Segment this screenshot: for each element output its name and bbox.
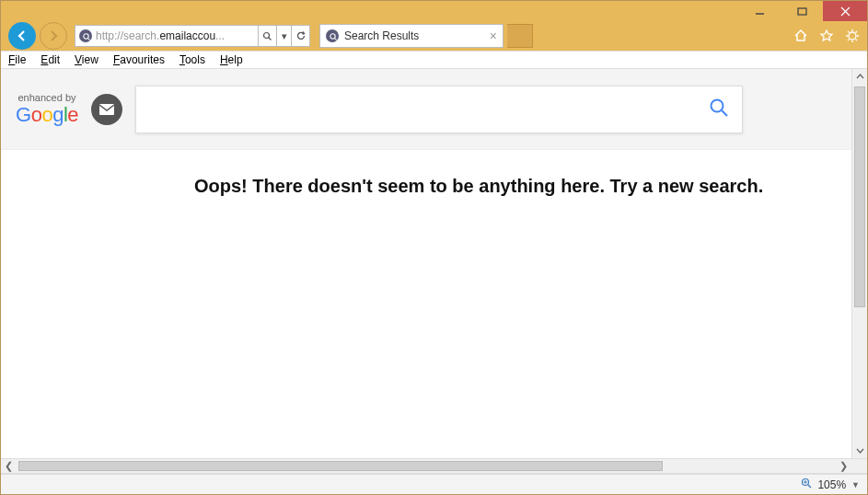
browser-tab[interactable]: Search Results × [319, 24, 503, 48]
enhanced-label: enhanced by [18, 92, 76, 103]
menu-view[interactable]: View [75, 53, 98, 66]
results-area: Oops! There doesn't seem to be anything … [1, 150, 851, 458]
svg-point-8 [330, 33, 334, 38]
navigation-row: http://search.emailaccou... ▾ Search Res… [1, 21, 867, 51]
window-titlebar [1, 1, 867, 21]
address-dropdown[interactable]: ▾ [277, 25, 292, 47]
svg-line-17 [848, 40, 850, 41]
scroll-right-icon[interactable]: ❯ [836, 459, 851, 473]
horizontal-scroll-track[interactable] [17, 459, 836, 473]
svg-line-9 [335, 39, 336, 40]
mail-icon[interactable] [91, 94, 122, 125]
zoom-level[interactable]: 105% [817, 478, 846, 491]
close-button[interactable] [823, 1, 867, 21]
refresh-button[interactable] [292, 25, 310, 47]
svg-rect-19 [99, 104, 114, 115]
menu-edit[interactable]: Edit [41, 53, 60, 66]
search-button[interactable] [709, 98, 729, 121]
vertical-scroll-track[interactable] [852, 85, 867, 443]
address-bar-group: http://search.emailaccou... ▾ [75, 25, 310, 47]
menu-bar: File Edit View Favourites Tools Help [1, 51, 867, 69]
svg-line-7 [269, 38, 272, 40]
home-icon[interactable] [792, 27, 810, 45]
tools-icon[interactable] [843, 27, 862, 45]
svg-point-20 [712, 99, 723, 111]
vertical-scrollbar[interactable] [851, 69, 867, 458]
maximize-button[interactable] [781, 1, 823, 21]
search-header: enhanced by Google [1, 69, 851, 150]
forward-button[interactable] [40, 22, 67, 50]
menu-file[interactable]: File [8, 53, 26, 66]
scroll-down-icon[interactable] [852, 443, 867, 458]
menu-favourites[interactable]: Favourites [113, 53, 165, 66]
status-bar: 105% ▼ [1, 474, 867, 494]
viewport: enhanced by Google Oops! There doesn't s… [1, 69, 867, 458]
svg-point-4 [83, 33, 87, 38]
tab-close-button[interactable]: × [490, 29, 497, 42]
svg-line-18 [856, 31, 858, 33]
svg-point-10 [849, 32, 856, 40]
page-content: enhanced by Google Oops! There doesn't s… [1, 69, 851, 458]
scroll-up-icon[interactable] [852, 69, 867, 85]
no-results-message: Oops! There doesn't seem to be anything … [29, 176, 824, 197]
tab-title: Search Results [344, 29, 419, 42]
vertical-scroll-thumb[interactable] [854, 86, 865, 307]
svg-line-16 [856, 40, 858, 41]
zoom-dropdown[interactable]: ▼ [851, 480, 860, 489]
favorites-icon[interactable] [817, 27, 836, 45]
svg-line-5 [88, 39, 89, 40]
svg-rect-1 [798, 8, 806, 15]
address-bar[interactable]: http://search.emailaccou... [75, 25, 259, 47]
scroll-corner [851, 459, 867, 473]
scroll-left-icon[interactable]: ❮ [1, 459, 17, 473]
menu-tools[interactable]: Tools [179, 53, 205, 66]
svg-point-6 [264, 32, 270, 38]
enhanced-by-google-logo: enhanced by Google [16, 92, 78, 127]
menu-help[interactable]: Help [220, 53, 243, 66]
search-box [135, 86, 743, 133]
svg-line-15 [848, 31, 850, 33]
new-tab-button[interactable] [507, 24, 533, 48]
horizontal-scrollbar[interactable]: ❮ ❯ [1, 458, 867, 474]
url-text: http://search.emailaccou... [96, 29, 225, 42]
minimize-button[interactable] [738, 1, 781, 21]
zoom-icon[interactable] [801, 478, 812, 491]
svg-line-23 [808, 485, 811, 488]
svg-line-21 [722, 110, 727, 116]
google-logo: Google [16, 103, 78, 127]
back-button[interactable] [8, 22, 36, 50]
address-search-button[interactable] [259, 25, 277, 47]
search-input[interactable] [149, 101, 709, 118]
tab-favicon [326, 29, 339, 42]
horizontal-scroll-thumb[interactable] [18, 461, 663, 471]
site-icon [79, 29, 92, 42]
